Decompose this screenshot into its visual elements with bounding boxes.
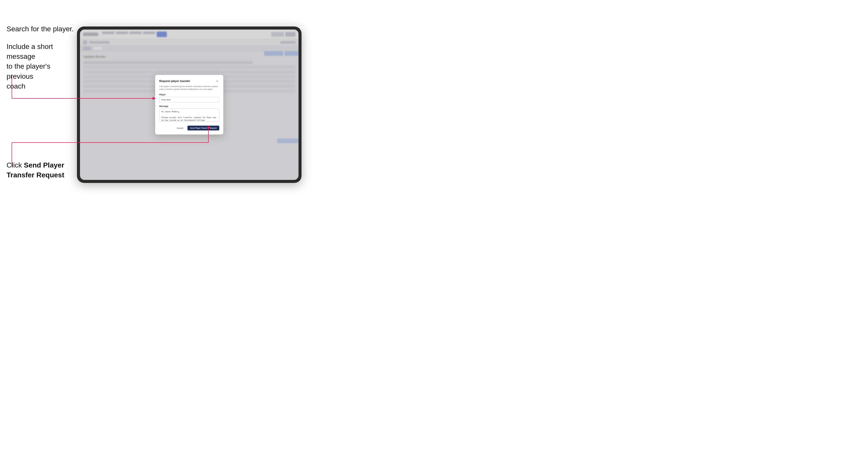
- modal-description: If the player is transferring from anoth…: [159, 85, 219, 91]
- tablet-screen: Update Roster: [80, 30, 299, 180]
- modal-overlay: Request player transfer × If the player …: [80, 30, 299, 180]
- message-field-label: Message: [159, 105, 219, 107]
- annotation-search: Search for the player.: [6, 24, 74, 34]
- annotation-click: Click Send Player Transfer Request: [6, 160, 82, 180]
- player-input[interactable]: [159, 97, 219, 102]
- modal-footer: Cancel Send Player Transfer Request: [159, 126, 219, 130]
- cancel-button[interactable]: Cancel: [175, 126, 185, 130]
- player-field-label: Player: [159, 93, 219, 96]
- message-textarea[interactable]: Hi Coach McHarg, Please accept this tran…: [159, 108, 219, 122]
- annotation-message: Include a short messageto the player's p…: [6, 42, 75, 91]
- send-transfer-button[interactable]: Send Player Transfer Request: [187, 126, 219, 130]
- transfer-request-modal: Request player transfer × If the player …: [155, 75, 223, 134]
- tablet-device: Update Roster: [77, 27, 302, 183]
- modal-close-button[interactable]: ×: [215, 79, 219, 83]
- modal-header: Request player transfer ×: [159, 79, 219, 83]
- modal-title: Request player transfer: [159, 80, 190, 83]
